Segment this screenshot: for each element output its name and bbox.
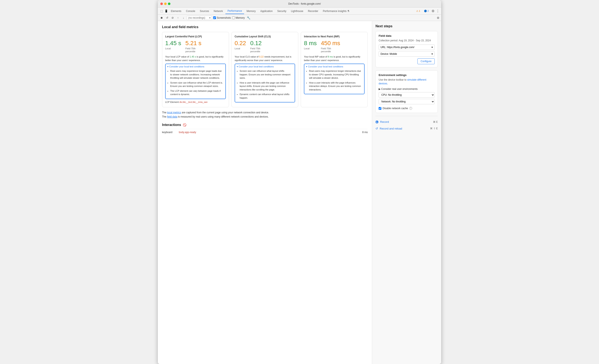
tab-performance-insights[interactable]: Performance insights ⚗ bbox=[321, 9, 352, 14]
cls-title: Cumulative Layout Shift (CLS) bbox=[235, 35, 295, 38]
tab-memory[interactable]: Memory bbox=[245, 9, 258, 14]
field-data-card: Field data Collection period: Aug 19, 20… bbox=[376, 31, 438, 67]
cls-local-value: 0.22 bbox=[235, 40, 246, 47]
memory-checkbox[interactable]: Memory bbox=[232, 16, 245, 19]
cls-consider-list: Screen size can influence what layout sh… bbox=[237, 69, 293, 99]
lcp-consider-item-3: The LCP element can vary between page lo… bbox=[170, 89, 224, 96]
lcp-consider-title[interactable]: ▾ Consider your local test conditions bbox=[167, 65, 224, 68]
device-icon[interactable]: 📱 bbox=[164, 9, 168, 13]
sidebar-title: Next steps bbox=[376, 24, 438, 28]
tab-console[interactable]: Console bbox=[184, 9, 197, 14]
record-reload-shortcut: ⌘ ⇧ E bbox=[430, 127, 438, 130]
interaction-name: keyboard bbox=[162, 131, 179, 134]
url-dropdown[interactable]: URL: https://fonts.google.com/ ▾ bbox=[379, 44, 435, 50]
consider-real-environments[interactable]: ▶ Consider real user environments bbox=[379, 88, 435, 90]
cls-consider-item-3: Dynamic content can influence what layou… bbox=[240, 93, 293, 99]
lcp-field-label: Field 75thpercentile bbox=[185, 47, 201, 53]
collection-period: Collection period: Aug 19, 2024 - Sep 15… bbox=[379, 39, 435, 42]
more-icon[interactable]: ⋮ bbox=[436, 9, 440, 13]
metrics-grid: Largest Contentful Paint (LCP) 1.45 s Lo… bbox=[162, 32, 368, 107]
screenshots-checkbox[interactable]: Screenshots bbox=[213, 16, 231, 19]
lcp-field-value: 5.21 s bbox=[185, 40, 201, 47]
devtools-window: DevTools - fonts.google.com/ ⬚ 📱 Element… bbox=[158, 0, 441, 364]
clear-button[interactable]: ⊘ bbox=[170, 16, 175, 20]
upload-button[interactable]: ↑ bbox=[176, 16, 180, 20]
record-text: Record bbox=[380, 120, 389, 124]
cls-consider-box[interactable]: ▾ Consider your local test conditions Sc… bbox=[235, 64, 295, 102]
record-button[interactable]: ⏺ bbox=[159, 16, 164, 20]
local-metrics-link[interactable]: local metrics bbox=[167, 111, 181, 114]
lcp-element: LCP Element div.tile__text.tile__inria_s… bbox=[165, 101, 226, 103]
field-data-title: Field data bbox=[379, 34, 435, 37]
interaction-time: 8 ms bbox=[362, 131, 368, 134]
cls-field-value: 0.12 bbox=[250, 40, 262, 47]
settings-icon[interactable]: ⚙ bbox=[432, 9, 434, 13]
lcp-element-value: div.tile__text.tile__inria_san bbox=[179, 101, 208, 103]
maximize-button[interactable] bbox=[168, 2, 170, 5]
interaction-element[interactable]: body.app-ready bbox=[179, 131, 362, 134]
tab-network[interactable]: Network bbox=[211, 9, 225, 14]
main-layout: Local and field metrics Largest Contentf… bbox=[158, 21, 441, 364]
record-icon bbox=[376, 121, 379, 124]
cpu-throttling-dropdown[interactable]: CPU: No throttling bbox=[379, 92, 435, 98]
traffic-lights bbox=[160, 2, 170, 5]
lcp-values: 1.45 s Local 5.21 s Field 75thpercentile bbox=[165, 40, 226, 53]
section-title: Local and field metrics bbox=[162, 25, 368, 29]
cls-consider-item-2: How a user interacts with the page can i… bbox=[240, 81, 293, 91]
cls-consider-title[interactable]: ▾ Consider your local test conditions bbox=[237, 65, 293, 68]
cls-field-block: 0.12 Field 75thpercentile bbox=[250, 40, 262, 53]
field-data-link[interactable]: field data bbox=[167, 115, 177, 118]
record-reload-label: ↺ Record and reload bbox=[376, 127, 402, 130]
tab-application[interactable]: Application bbox=[258, 9, 275, 14]
record-reload-row[interactable]: ↺ Record and reload ⌘ ⇧ E bbox=[376, 125, 438, 132]
minimize-button[interactable] bbox=[164, 2, 167, 5]
inp-consider-box[interactable]: ▾ Consider your local test conditions Re… bbox=[304, 64, 365, 94]
help-icon[interactable]: ? bbox=[409, 107, 412, 110]
device-value: Device: Mobile bbox=[380, 53, 397, 55]
disable-cache-checkbox[interactable] bbox=[379, 107, 381, 110]
download-button[interactable]: ↓ bbox=[181, 16, 185, 20]
record-reload-text: Record and reload bbox=[380, 127, 402, 130]
lcp-local-block: 1.45 s Local bbox=[165, 40, 181, 50]
block-icon: 🚫 bbox=[183, 123, 186, 127]
tab-elements[interactable]: Elements bbox=[169, 9, 184, 14]
record-shortcut: ⌘ E bbox=[433, 121, 438, 124]
url-dropdown-arrow: ▾ bbox=[432, 46, 433, 49]
recording-dropdown[interactable]: (no recordings) ▾ bbox=[187, 16, 212, 20]
inp-local-value: 8 ms bbox=[304, 40, 317, 47]
devtools-tabs: ⬚ 📱 Elements Console Sources Network Per… bbox=[158, 8, 441, 15]
interactions-header: Interactions 🚫 bbox=[162, 123, 368, 127]
cpu-throttle-icon[interactable]: 🔧 bbox=[247, 16, 250, 19]
lcp-title: Largest Contentful Paint (LCP) bbox=[165, 35, 226, 38]
configure-button[interactable]: Configure bbox=[417, 58, 435, 64]
refresh-button[interactable]: ↺ bbox=[165, 16, 169, 20]
inp-field-value: 450 ms bbox=[321, 40, 340, 47]
toolbar-settings-icon[interactable]: ⚙ bbox=[437, 16, 440, 19]
device-dropdown[interactable]: Device: Mobile ▾ bbox=[379, 51, 435, 57]
footer-text: The local metrics are captured from the … bbox=[162, 111, 368, 119]
inp-consider-title[interactable]: ▾ Consider your local test conditions bbox=[306, 65, 362, 68]
tab-recorder[interactable]: Recorder bbox=[306, 9, 320, 14]
warning-badge[interactable]: ⚠ 1 bbox=[415, 9, 421, 13]
dropdown-arrow: ▾ bbox=[209, 16, 211, 19]
tab-security[interactable]: Security bbox=[275, 9, 288, 14]
info-badge[interactable]: 🔵 2 bbox=[423, 9, 430, 13]
record-row[interactable]: Record ⌘ E bbox=[376, 119, 438, 125]
lcp-consider-box[interactable]: ▾ Consider your local test conditions Re… bbox=[165, 64, 226, 99]
network-throttling-dropdown[interactable]: Network: No throttling bbox=[379, 99, 435, 104]
inp-card: Interaction to Next Paint (INP) 8 ms Loc… bbox=[301, 32, 368, 107]
close-button[interactable] bbox=[160, 2, 163, 5]
inp-consider-item-2: How a user interacts with the page influ… bbox=[309, 81, 362, 91]
url-value: URL: https://fonts.google.com/ bbox=[380, 46, 414, 49]
inp-local-label: Local bbox=[304, 47, 317, 50]
cls-values: 0.22 Local 0.12 Field 75thpercentile bbox=[235, 40, 295, 53]
inspector-icon[interactable]: ⬚ bbox=[159, 9, 164, 13]
tab-performance[interactable]: Performance bbox=[225, 8, 244, 14]
device-dropdown-arrow: ▾ bbox=[432, 53, 433, 55]
inp-field-block: 450 ms Field 75thpercentile bbox=[321, 40, 340, 53]
simulate-devices-link[interactable]: simulate different devices bbox=[379, 78, 426, 85]
tab-sources[interactable]: Sources bbox=[198, 9, 211, 14]
cls-field-label: Field 75thpercentile bbox=[250, 47, 262, 53]
tab-lighthouse[interactable]: Lighthouse bbox=[289, 9, 305, 14]
cls-description: Your local CLS value of 0.22 needs impro… bbox=[235, 55, 295, 62]
